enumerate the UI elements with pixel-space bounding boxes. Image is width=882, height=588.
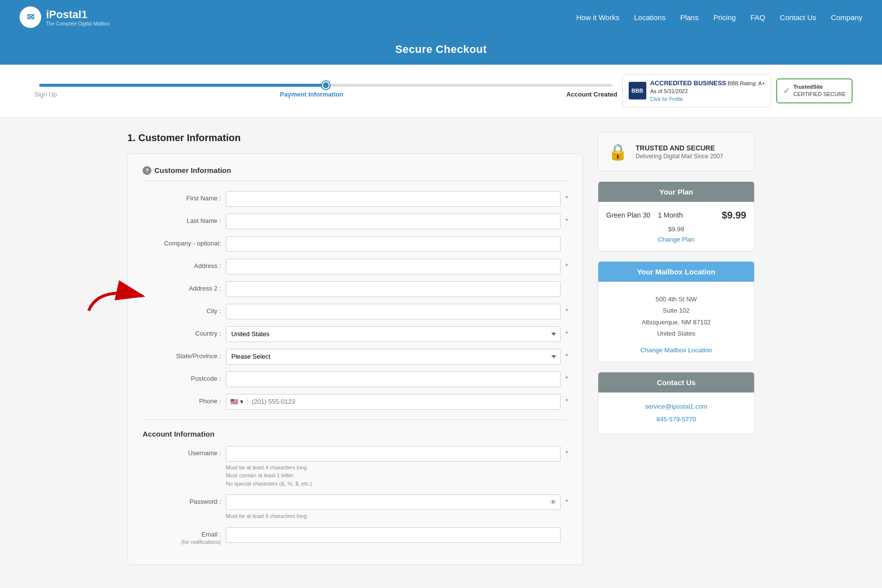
first-name-input[interactable] [226,191,561,207]
bbb-badge[interactable]: BBB ACCREDITED BUSINESS BBB Rating: A+ A… [622,74,772,107]
phone-input-area: 🇺🇸 ▾ [226,394,561,410]
your-plan-card: Your Plan Green Plan 30 1 Month $9.99 $9… [598,181,755,251]
email-row: Email : (for notifications) * [143,527,568,545]
postcode-input-area [226,371,561,387]
email-label: Email : (for notifications) [143,527,221,545]
phone-input-wrapper: 🇺🇸 ▾ [226,394,561,410]
logo-text: iPostal1 [46,8,87,21]
country-row: Country : United States * [143,326,568,342]
plan-price: $9.99 [722,210,746,221]
phone-flag[interactable]: 🇺🇸 ▾ [226,398,248,405]
contact-phone[interactable]: 845-579-5770 [606,413,746,426]
email-input-area [226,527,561,543]
main-content: 1. Customer Information ? Customer Infor… [98,118,784,580]
city-input[interactable] [226,304,561,319]
bbb-icon: BBB [629,82,646,99]
contact-header: Contact Us [598,372,754,392]
first-name-required: * [565,191,568,202]
state-required: * [565,349,568,360]
address-input-area [226,259,561,274]
phone-row: Phone : 🇺🇸 ▾ * [143,394,568,410]
lock-icon: 🔒 [608,143,628,161]
username-input-area: Must be at least 4 characters long Must … [226,446,561,488]
password-wrap: 👁 [226,494,561,510]
bbb-text: ACCREDITED BUSINESS BBB Rating: A+ As of… [650,79,765,103]
contact-card: Contact Us service@ipostal1.com 845-579-… [598,372,755,434]
postcode-required: * [565,371,568,382]
mailbox-card: Your Mailbox Location 500 4th St NW Suit… [598,261,755,362]
password-hint: Must be at least 8 characters long [226,512,561,520]
address-input[interactable] [226,259,561,274]
progress-labels: Sign Up Payment Information Account Crea… [34,91,617,98]
state-label: State/Province : [143,349,221,360]
postcode-input[interactable] [226,371,561,387]
progress-step3: Account Created [566,91,617,98]
contact-email[interactable]: service@ipostal1.com [606,400,746,413]
company-label: Company - optional: [143,236,221,247]
nav-contact-us[interactable]: Contact Us [780,13,816,22]
first-name-input-area [226,191,561,207]
account-info-title: Account Information [143,430,568,438]
postcode-label: Postcode : [143,371,221,382]
progress-section: Sign Up Payment Information Account Crea… [0,65,882,118]
mailbox-address: 500 4th St NW Suite 102 Albuquerque, NM … [606,290,746,343]
your-plan-body: Green Plan 30 1 Month $9.99 $9.99 Change… [598,202,754,251]
logo[interactable]: ✉ iPostal1 The Complete Digital Mailbox [20,6,110,28]
address-label: Address : [143,259,221,270]
address2-input[interactable] [226,281,561,297]
first-name-label: First Name : [143,191,221,202]
state-input-area: Please Select [226,349,561,365]
nav-company[interactable]: Company [831,13,862,22]
section-title: 1. Customer Information [127,132,583,144]
nav-faq[interactable]: FAQ [751,13,765,22]
city-label: City : [143,304,221,315]
password-row: Password : 👁 Must be at least 8 characte… [143,494,568,520]
state-select[interactable]: Please Select [226,349,561,365]
red-arrow-icon [84,276,152,316]
company-input[interactable] [226,236,561,252]
your-plan-header: Your Plan [598,182,754,202]
username-input[interactable] [226,446,561,462]
password-eye-icon[interactable]: 👁 [550,498,557,506]
trust-text: TRUSTED AND SECURE Delivering Digital Ma… [636,144,723,160]
mailbox-body: 500 4th St NW Suite 102 Albuquerque, NM … [598,282,754,362]
right-column: 🔒 TRUSTED AND SECURE Delivering Digital … [598,132,755,565]
change-mailbox-link[interactable]: Change Mailbox Location [606,346,746,354]
country-label: Country : [143,326,221,337]
progress-step2: Payment Information [280,91,343,98]
nav-pricing[interactable]: Pricing [713,13,736,22]
progress-track [39,84,612,87]
plan-name: Green Plan 30 1 Month [606,211,683,219]
nav-locations[interactable]: Locations [634,13,665,22]
phone-label: Phone : [143,394,221,405]
mailbox-header: Your Mailbox Location [598,262,754,282]
last-name-row: Last Name : * [143,214,568,229]
logo-sub: The Complete Digital Mailbox [46,21,110,26]
trust-banner: 🔒 TRUSTED AND SECURE Delivering Digital … [598,132,755,172]
address2-input-area [226,281,561,297]
progress-step1: Sign Up [34,91,57,98]
trustedsite-badge[interactable]: ✓ TrustedSite CERTIFIED SECURE [776,78,853,103]
address-required: * [565,259,568,270]
trust-badges: BBB ACCREDITED BUSINESS BBB Rating: A+ A… [622,74,853,107]
city-input-area [226,304,561,319]
nav-how-it-works[interactable]: How it Works [576,13,619,22]
change-plan-link[interactable]: Change Plan [606,236,746,243]
first-name-row: First Name : * [143,191,568,207]
company-input-area [226,236,561,252]
main-nav: How it Works Locations Plans Pricing FAQ… [576,13,862,22]
site-header: ✉ iPostal1 The Complete Digital Mailbox … [0,0,882,34]
last-name-required: * [565,214,568,224]
username-label: Username : [143,446,221,457]
phone-input[interactable] [248,398,560,405]
nav-plans[interactable]: Plans [680,13,699,22]
password-input[interactable] [226,494,561,510]
postcode-row: Postcode : * [143,371,568,387]
checkout-title: Secure Checkout [395,43,487,55]
email-input[interactable] [226,527,561,543]
address2-label: Address 2 : [143,281,221,292]
last-name-label: Last Name : [143,214,221,224]
last-name-input[interactable] [226,214,561,229]
country-select[interactable]: United States [226,326,561,342]
help-icon[interactable]: ? [143,166,151,175]
